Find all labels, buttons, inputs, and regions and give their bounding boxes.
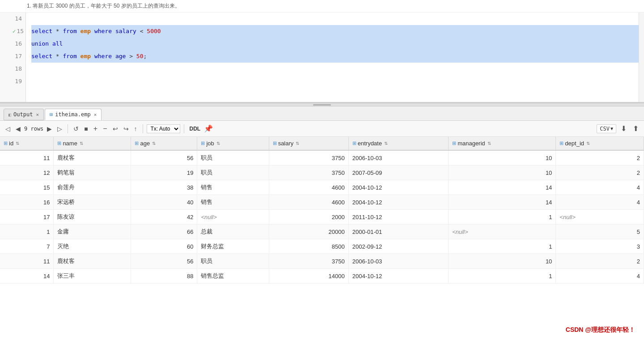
cell-name[interactable]: 张三丰 (54, 269, 131, 284)
cell-name[interactable]: 鹿杖客 (54, 150, 131, 165)
cell-age[interactable]: 66 (131, 224, 197, 239)
cell-id[interactable]: 15 (0, 180, 54, 195)
cell-job[interactable]: 职员 (197, 165, 269, 180)
cell-id[interactable]: 7 (0, 239, 54, 254)
col-managerid-sort[interactable]: ⇅ (487, 141, 491, 146)
cell-job[interactable]: 销售 (197, 180, 269, 195)
cell-salary[interactable]: 20000 (269, 224, 348, 239)
cell-salary[interactable]: 2000 (269, 210, 348, 224)
cell-salary[interactable]: 4600 (269, 180, 348, 195)
cell-job[interactable]: 总裁 (197, 224, 269, 239)
col-salary[interactable]: ⊞ salary ⇅ (269, 137, 348, 150)
cell-entrydate[interactable]: 2004-10-12 (348, 269, 448, 284)
cell-entrydate[interactable]: 2006-10-03 (348, 254, 448, 269)
cell-dept_id[interactable]: 2 (556, 165, 644, 180)
undo-btn[interactable]: ↩ (111, 124, 120, 133)
tx-select[interactable]: Tx: Auto (147, 124, 180, 133)
del-row-btn[interactable]: − (101, 124, 109, 134)
add-row-btn[interactable]: + (92, 124, 99, 134)
table-row[interactable]: 11鹿杖客56职员37502006-10-03102 (0, 254, 644, 269)
table-row[interactable]: 1金庸66总裁200002000-01-01<null>5 (0, 224, 644, 239)
cell-entrydate[interactable]: 2007-05-09 (348, 165, 448, 180)
cell-id[interactable]: 1 (0, 224, 54, 239)
redo-btn[interactable]: ↪ (122, 124, 131, 133)
cell-salary[interactable]: 3750 (269, 150, 348, 165)
cell-name[interactable]: 鹿杖客 (54, 254, 131, 269)
table-row[interactable]: 11鹿杖客56职员37502006-10-03102 (0, 150, 644, 165)
cell-job[interactable]: 职员 (197, 254, 269, 269)
cell-salary[interactable]: 14000 (269, 269, 348, 284)
col-dept-id[interactable]: ⊞ dept_id ⇅ (556, 137, 644, 150)
cell-name[interactable]: 灭绝 (54, 239, 131, 254)
col-job-sort[interactable]: ⇅ (216, 141, 220, 146)
table-row[interactable]: 7灭绝60财务总监85002002-09-1213 (0, 239, 644, 254)
col-job[interactable]: ⊞ job ⇅ (197, 137, 269, 150)
cell-id[interactable]: 11 (0, 254, 54, 269)
export-btn[interactable]: ⬆ (631, 123, 640, 134)
table-row[interactable]: 14张三丰88销售总监140002004-10-1214 (0, 269, 644, 284)
nav-prev-btn[interactable]: ◀ (14, 124, 22, 133)
cell-name[interactable]: 宋远桥 (54, 195, 131, 210)
cell-job[interactable]: 职员 (197, 150, 269, 165)
col-entrydate[interactable]: ⊞ entrydate ⇅ (348, 137, 448, 150)
up-btn[interactable]: ↑ (132, 124, 139, 133)
cell-age[interactable]: 38 (131, 180, 197, 195)
tab-emp-close[interactable]: × (94, 112, 97, 118)
data-table-wrapper[interactable]: ⊞ id ⇅ ⊞ name ⇅ ⊞ (0, 137, 644, 343)
cell-managerid[interactable]: <null> (449, 224, 556, 239)
cell-age[interactable]: 42 (131, 210, 197, 224)
col-name[interactable]: ⊞ name ⇅ (54, 137, 131, 150)
resize-handle[interactable] (0, 103, 644, 106)
cell-id[interactable]: 12 (0, 165, 54, 180)
col-entrydate-sort[interactable]: ⇅ (384, 141, 388, 146)
col-id[interactable]: ⊞ id ⇅ (0, 137, 54, 150)
cell-managerid[interactable]: 1 (449, 210, 556, 224)
cell-dept_id[interactable]: 2 (556, 150, 644, 165)
cell-age[interactable]: 56 (131, 254, 197, 269)
cell-id[interactable]: 17 (0, 210, 54, 224)
table-row[interactable]: 17陈友谅42<null>20002011-10-121<null> (0, 210, 644, 224)
cell-dept_id[interactable]: 2 (556, 254, 644, 269)
cell-dept_id[interactable]: 5 (556, 224, 644, 239)
editor-scrollbar[interactable] (639, 13, 644, 102)
cell-job[interactable]: 销售总监 (197, 269, 269, 284)
pin-icon[interactable]: 📌 (204, 124, 213, 133)
cell-managerid[interactable]: 10 (449, 150, 556, 165)
cell-managerid[interactable]: 1 (449, 269, 556, 284)
cell-name[interactable]: 陈友谅 (54, 210, 131, 224)
cell-job[interactable]: 财务总监 (197, 239, 269, 254)
cell-job[interactable]: <null> (197, 210, 269, 224)
cell-entrydate[interactable]: 2002-09-12 (348, 239, 448, 254)
stop-btn[interactable]: ■ (82, 124, 89, 133)
col-name-sort[interactable]: ⇅ (80, 141, 83, 146)
table-row[interactable]: 16宋远桥40销售46002004-10-12144 (0, 195, 644, 210)
cell-managerid[interactable]: 14 (449, 180, 556, 195)
col-age[interactable]: ⊞ age ⇅ (131, 137, 197, 150)
cell-managerid[interactable]: 10 (449, 165, 556, 180)
tab-itheima-emp[interactable]: ⊞ itheima.emp × (45, 109, 102, 120)
col-dept-id-sort[interactable]: ⇅ (586, 141, 590, 146)
tab-output[interactable]: ◧ Output × (4, 109, 44, 120)
tab-output-close[interactable]: × (36, 112, 39, 118)
cell-id[interactable]: 16 (0, 195, 54, 210)
cell-name[interactable]: 金庸 (54, 224, 131, 239)
nav-first-btn[interactable]: ◁ (4, 124, 12, 133)
cell-managerid[interactable]: 14 (449, 195, 556, 210)
cell-entrydate[interactable]: 2000-01-01 (348, 224, 448, 239)
nav-next-btn[interactable]: ▶ (45, 124, 54, 133)
cell-entrydate[interactable]: 2011-10-12 (348, 210, 448, 224)
cell-name[interactable]: 俞莲舟 (54, 180, 131, 195)
cell-age[interactable]: 40 (131, 195, 197, 210)
table-row[interactable]: 15俞莲舟38销售46002004-10-12144 (0, 180, 644, 195)
csv-btn[interactable]: CSV ▼ (597, 124, 616, 133)
cell-dept_id[interactable]: 4 (556, 195, 644, 210)
cell-managerid[interactable]: 1 (449, 239, 556, 254)
cell-dept_id[interactable]: 4 (556, 180, 644, 195)
col-id-sort[interactable]: ⇅ (16, 141, 19, 146)
cell-salary[interactable]: 4600 (269, 195, 348, 210)
table-row[interactable]: 12鹤笔翁19职员37502007-05-09102 (0, 165, 644, 180)
cell-salary[interactable]: 3750 (269, 165, 348, 180)
col-age-sort[interactable]: ⇅ (152, 141, 156, 146)
cell-job[interactable]: 销售 (197, 195, 269, 210)
cell-salary[interactable]: 3750 (269, 254, 348, 269)
